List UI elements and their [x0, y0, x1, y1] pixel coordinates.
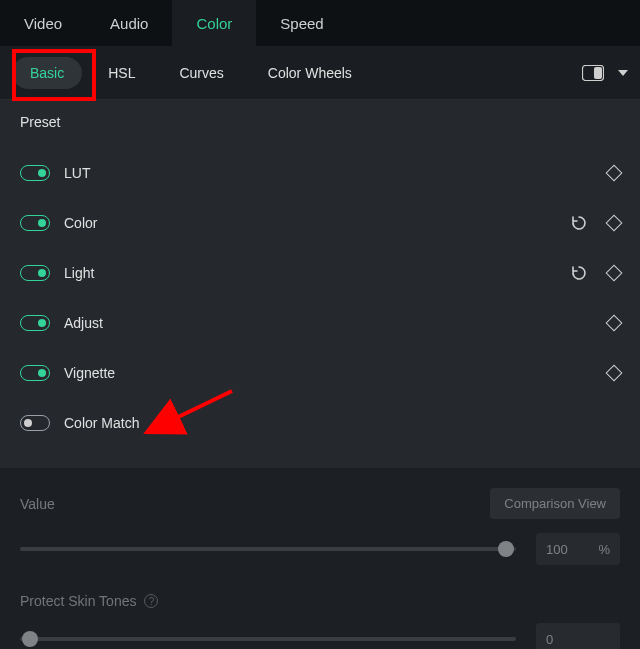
keyframe-icon[interactable]: [606, 265, 623, 282]
toggle-lut[interactable]: [20, 165, 50, 181]
reset-icon[interactable]: [570, 214, 588, 232]
skin-value-input[interactable]: 0: [536, 623, 620, 649]
color-basic-panel: Preset LUT Color Light Adjust: [0, 100, 640, 468]
tab-video[interactable]: Video: [0, 0, 86, 46]
toggle-color-match[interactable]: [20, 415, 50, 431]
row-color-match: Color Match: [20, 398, 620, 448]
skin-slider[interactable]: [20, 637, 516, 641]
row-light-label: Light: [64, 265, 570, 281]
row-adjust-label: Adjust: [64, 315, 608, 331]
keyframe-icon[interactable]: [606, 165, 623, 182]
row-color-match-label: Color Match: [64, 415, 620, 431]
protect-skin-label: Protect Skin Tones: [20, 593, 136, 609]
comparison-view-button[interactable]: Comparison View: [490, 488, 620, 519]
row-lut: LUT: [20, 148, 620, 198]
svg-rect-1: [594, 67, 602, 79]
value-unit: %: [598, 542, 610, 557]
row-vignette: Vignette: [20, 348, 620, 398]
value-label: Value: [20, 496, 490, 512]
sub-tab-bar: Basic HSL Curves Color Wheels: [0, 46, 640, 100]
keyframe-icon[interactable]: [606, 365, 623, 382]
tab-audio[interactable]: Audio: [86, 0, 172, 46]
chevron-down-icon[interactable]: [618, 70, 628, 76]
preset-label: Preset: [20, 114, 620, 130]
skin-amount: 0: [546, 632, 553, 647]
tab-color[interactable]: Color: [172, 0, 256, 46]
top-tab-bar: Video Audio Color Speed: [0, 0, 640, 46]
subtab-basic[interactable]: Basic: [12, 57, 82, 89]
value-section: Value Comparison View 100 % Protect Skin…: [0, 468, 640, 649]
tab-speed[interactable]: Speed: [256, 0, 347, 46]
row-lut-label: LUT: [64, 165, 608, 181]
reset-icon[interactable]: [570, 264, 588, 282]
toggle-light[interactable]: [20, 265, 50, 281]
row-light: Light: [20, 248, 620, 298]
toggle-adjust[interactable]: [20, 315, 50, 331]
subtab-hsl[interactable]: HSL: [90, 57, 153, 89]
row-adjust: Adjust: [20, 298, 620, 348]
value-amount: 100: [546, 542, 568, 557]
value-input[interactable]: 100 %: [536, 533, 620, 565]
toggle-vignette[interactable]: [20, 365, 50, 381]
row-color-label: Color: [64, 215, 570, 231]
subtab-curves[interactable]: Curves: [161, 57, 241, 89]
keyframe-icon[interactable]: [606, 215, 623, 232]
help-icon[interactable]: ?: [144, 594, 158, 608]
toggle-color[interactable]: [20, 215, 50, 231]
subtab-color-wheels[interactable]: Color Wheels: [250, 57, 370, 89]
row-vignette-label: Vignette: [64, 365, 608, 381]
row-color: Color: [20, 198, 620, 248]
keyframe-icon[interactable]: [606, 315, 623, 332]
value-slider[interactable]: [20, 547, 516, 551]
compare-icon[interactable]: [582, 65, 604, 81]
